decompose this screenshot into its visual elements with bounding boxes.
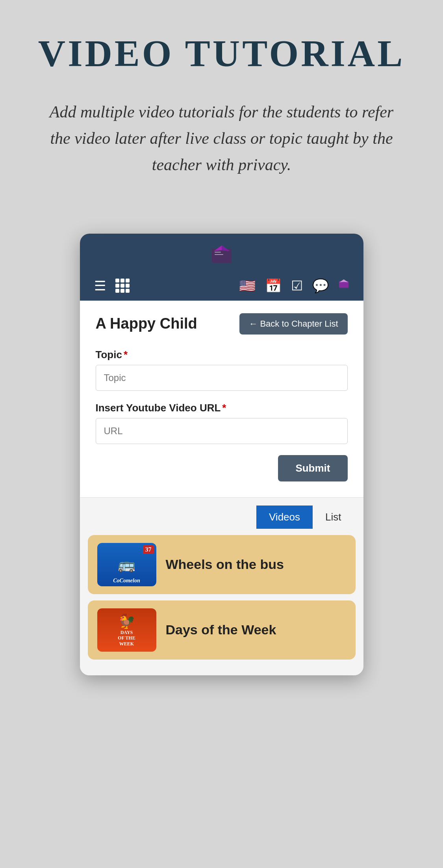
- topic-required-star: *: [124, 349, 128, 361]
- form-actions: Submit: [96, 455, 348, 481]
- video-title: Days of the Week: [166, 622, 276, 638]
- logo-icon: [210, 245, 234, 266]
- topic-form-group: Topic*: [96, 349, 348, 391]
- hero-section: VIDEO TUTORIAL Add multiple video tutori…: [0, 0, 443, 202]
- check-icon[interactable]: ☑: [291, 278, 303, 294]
- nav-right: 🇺🇸 📅 ☑ 💬: [239, 278, 349, 294]
- tab-list[interactable]: List: [313, 506, 354, 529]
- menu-icon[interactable]: ☰: [94, 278, 106, 294]
- topic-input[interactable]: [96, 365, 348, 391]
- video-badge: 37: [143, 545, 154, 554]
- url-label: Insert Youtube Video URL*: [96, 402, 348, 414]
- book-icon: [338, 279, 349, 290]
- app-frame: ☰ 🇺🇸 📅 ☑ 💬: [80, 234, 363, 675]
- url-input[interactable]: [96, 418, 348, 444]
- tabs-bar: Videos List: [80, 498, 363, 529]
- app-nav: ☰ 🇺🇸 📅 ☑ 💬: [94, 278, 349, 301]
- whatsapp-icon[interactable]: 💬: [312, 278, 329, 294]
- app-logo: [210, 245, 234, 271]
- svg-marker-6: [339, 279, 348, 282]
- page-title: VIDEO TUTORIAL: [24, 32, 419, 75]
- back-to-chapter-button[interactable]: ← Back to Chapter List: [239, 313, 347, 335]
- form-card-header: A Happy Child ← Back to Chapter List: [96, 313, 348, 335]
- svg-rect-3: [215, 252, 221, 253]
- video-item[interactable]: DAYSOF THEWEEK Days of the Week: [88, 600, 356, 660]
- video-list: 37 CoComelon Wheels on the bus DAYSOF TH…: [80, 529, 363, 675]
- url-required-star: *: [222, 402, 226, 414]
- grid-icon[interactable]: [115, 279, 130, 293]
- chapter-title: A Happy Child: [96, 315, 197, 332]
- flag-icon[interactable]: 🇺🇸: [239, 278, 256, 294]
- book-nav-icon[interactable]: [338, 278, 349, 293]
- hero-description: Add multiple video tutorials for the stu…: [44, 99, 399, 178]
- video-item[interactable]: 37 CoComelon Wheels on the bus: [88, 535, 356, 594]
- form-card: A Happy Child ← Back to Chapter List Top…: [80, 301, 363, 498]
- cocomelon-logo: CoComelon: [113, 578, 140, 584]
- nav-left: ☰: [94, 278, 130, 294]
- svg-rect-4: [215, 254, 223, 255]
- submit-button[interactable]: Submit: [278, 455, 347, 481]
- video-thumbnail-cocomelon: 37 CoComelon: [97, 543, 156, 586]
- topic-label: Topic*: [96, 349, 348, 361]
- svg-marker-2: [222, 245, 230, 251]
- video-title: Wheels on the bus: [166, 557, 284, 572]
- app-content: A Happy Child ← Back to Chapter List Top…: [80, 301, 363, 675]
- calendar-icon[interactable]: 📅: [265, 278, 282, 294]
- tab-videos[interactable]: Videos: [256, 506, 313, 529]
- url-form-group: Insert Youtube Video URL*: [96, 402, 348, 444]
- video-thumbnail-days: DAYSOF THEWEEK: [97, 608, 156, 652]
- days-thumb-text: DAYSOF THEWEEK: [118, 630, 135, 647]
- app-header: ☰ 🇺🇸 📅 ☑ 💬: [80, 234, 363, 301]
